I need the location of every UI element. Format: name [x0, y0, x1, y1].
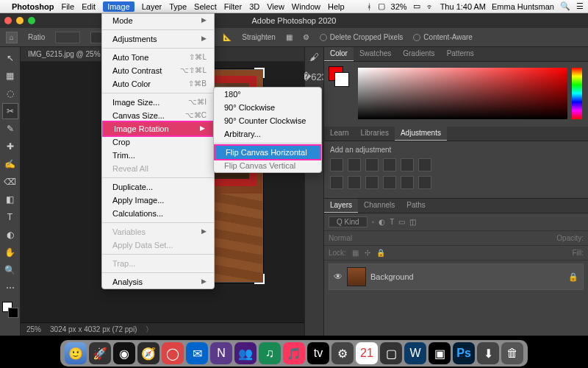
delete-cropped-checkbox[interactable]: Delete Cropped Pixels: [320, 33, 404, 41]
dock-finder-icon[interactable]: 🙂: [65, 342, 87, 364]
menu-item-auto-tone[interactable]: Auto Tone⇧⌘L: [102, 51, 214, 64]
hand-tool-icon[interactable]: ✋: [2, 244, 18, 261]
hue-slider[interactable]: [572, 68, 582, 119]
layer-kind-filter[interactable]: Q Kind: [329, 216, 368, 227]
menubar-layer[interactable]: Layer: [142, 2, 162, 11]
lock-position-icon[interactable]: ✢: [365, 249, 370, 257]
adj-invert-icon[interactable]: [401, 176, 414, 189]
dock-launchpad-icon[interactable]: 🚀: [89, 342, 111, 364]
lasso-tool-icon[interactable]: ◌: [2, 85, 18, 102]
status-dimensions[interactable]: 3024 px x 4032 px (72 ppi): [50, 325, 137, 333]
tab-gradients[interactable]: Gradients: [397, 47, 440, 61]
adj-exposure-icon[interactable]: [383, 158, 396, 171]
ratio-preset-dropdown[interactable]: [55, 32, 80, 43]
straighten-button[interactable]: Straighten: [242, 33, 276, 41]
menu-item-trim[interactable]: Trim...: [102, 149, 214, 162]
status-caret-icon[interactable]: 〉: [146, 325, 153, 335]
tab-learn[interactable]: Learn: [324, 127, 355, 141]
submenu-item-flip-canvas-horizontal[interactable]: Flip Canvas Horizontal: [214, 144, 321, 160]
menubar-select[interactable]: Select: [194, 2, 217, 11]
dock-appletv-icon[interactable]: tv: [307, 342, 329, 364]
dock-downloads-icon[interactable]: ⬇: [477, 342, 499, 364]
dock-trash-icon[interactable]: 🗑: [501, 342, 523, 364]
layer-row-background[interactable]: 👁 Background 🔒: [329, 263, 584, 290]
shape-tool-icon[interactable]: ◐: [2, 227, 18, 243]
submenu-item-180[interactable]: 180°: [214, 88, 321, 101]
color-swatches[interactable]: [2, 302, 18, 318]
menubar-filter[interactable]: Filter: [224, 2, 242, 11]
menu-item-auto-contrast[interactable]: Auto Contrast⌥⇧⌘L: [102, 64, 214, 77]
menu-item-image-size[interactable]: Image Size...⌥⌘I: [102, 96, 214, 109]
dock-siri-icon[interactable]: ◉: [113, 342, 135, 364]
filter-shape-icon[interactable]: ▭: [398, 218, 405, 226]
menu-item-duplicate[interactable]: Duplicate...: [102, 180, 214, 194]
adj-bw-icon[interactable]: [330, 176, 343, 189]
marquee-tool-icon[interactable]: ▦: [2, 68, 18, 84]
content-aware-checkbox[interactable]: Content-Aware: [413, 33, 473, 41]
status-zoom[interactable]: 25%: [26, 325, 41, 333]
menu-item-calculations[interactable]: Calculations...: [102, 207, 214, 220]
tab-adjustments[interactable]: Adjustments: [395, 127, 447, 141]
user-name[interactable]: Emma Huntsman: [492, 2, 554, 11]
tab-patterns[interactable]: Patterns: [441, 47, 480, 61]
menu-item-crop[interactable]: Crop: [102, 135, 214, 149]
adj-vibrance-icon[interactable]: [401, 158, 414, 171]
submenu-item-90-clockwise[interactable]: 90° Clockwise: [214, 101, 321, 114]
spotlight-icon[interactable]: 🔍: [560, 1, 570, 11]
healing-tool-icon[interactable]: ✚: [2, 138, 18, 155]
menubar-type[interactable]: Type: [169, 2, 187, 11]
tab-color[interactable]: Color: [324, 47, 354, 61]
menu-item-apply-image[interactable]: Apply Image...: [102, 194, 214, 207]
tab-swatches[interactable]: Swatches: [354, 47, 397, 61]
blend-mode-dropdown[interactable]: Normal: [329, 234, 352, 242]
dock-spotify-icon[interactable]: ♫: [259, 342, 281, 364]
airplay-icon[interactable]: ▢: [378, 1, 385, 11]
lock-icon[interactable]: 🔒: [568, 272, 578, 282]
adj-threshold-icon[interactable]: [418, 176, 431, 189]
layer-visibility-icon[interactable]: 👁: [334, 272, 343, 282]
adj-lookup-icon[interactable]: [383, 176, 396, 189]
filter-type-icon[interactable]: T: [390, 218, 394, 226]
dock-music-icon[interactable]: 🎵: [283, 342, 305, 364]
layer-thumbnail[interactable]: [347, 267, 366, 286]
brush-tool-icon[interactable]: ✍: [2, 156, 18, 172]
more-tools-icon[interactable]: ⋯: [2, 280, 18, 296]
menubar-file[interactable]: File: [61, 2, 74, 11]
lock-all-icon[interactable]: ▦: [352, 249, 359, 257]
bluetooth-icon[interactable]: ᚼ: [367, 2, 372, 11]
menubar-help[interactable]: Help: [328, 2, 345, 11]
menu-item-auto-color[interactable]: Auto Color⇧⌘B: [102, 77, 214, 91]
filter-smart-icon[interactable]: ◫: [409, 218, 416, 226]
crop-options-icon[interactable]: ⚙: [303, 33, 309, 41]
grid-overlay-icon[interactable]: ▦: [286, 33, 293, 41]
dock-settings-icon[interactable]: ⚙: [331, 342, 354, 364]
color-field[interactable]: [358, 68, 567, 119]
menubar-view[interactable]: View: [267, 2, 284, 11]
tab-paths[interactable]: Paths: [401, 199, 431, 213]
adj-curves-icon[interactable]: [365, 158, 379, 171]
tab-channels[interactable]: Channels: [358, 199, 401, 213]
menubar-app[interactable]: Photoshop: [12, 2, 54, 11]
wifi-icon[interactable]: ᯤ: [426, 2, 434, 11]
submenu-item-arbitrary[interactable]: Arbitrary...: [214, 127, 321, 141]
straighten-icon[interactable]: 📐: [223, 33, 232, 41]
tab-layers[interactable]: Layers: [324, 199, 358, 213]
adj-channel-mixer-icon[interactable]: [365, 176, 379, 189]
move-tool-icon[interactable]: ↖: [2, 50, 18, 66]
dock-calendar-icon[interactable]: 21: [356, 342, 378, 364]
eraser-tool-icon[interactable]: ⌫: [2, 174, 18, 190]
submenu-item-flip-canvas-vertical[interactable]: Flip Canvas Vertical: [214, 159, 321, 172]
color-fgbg[interactable]: [329, 66, 349, 87]
dock-mail-icon[interactable]: ✉: [186, 342, 208, 364]
crop-tool-icon[interactable]: ✂: [2, 103, 18, 119]
dock-terminal-icon[interactable]: ▢: [380, 342, 402, 364]
background-swatch[interactable]: [8, 308, 18, 318]
submenu-item-90-counter-clockwise[interactable]: 90° Counter Clockwise: [214, 114, 321, 127]
zoom-tool-icon[interactable]: 🔍: [2, 262, 18, 278]
dock-generic-icon[interactable]: ▣: [429, 342, 451, 364]
clock[interactable]: Thu 1:40 AM: [440, 2, 486, 11]
tab-libraries[interactable]: Libraries: [355, 127, 395, 141]
menubar-window[interactable]: Window: [292, 2, 320, 11]
dock-photoshop-icon[interactable]: Ps: [453, 342, 475, 364]
dock-safari-icon[interactable]: 🧭: [137, 342, 159, 364]
